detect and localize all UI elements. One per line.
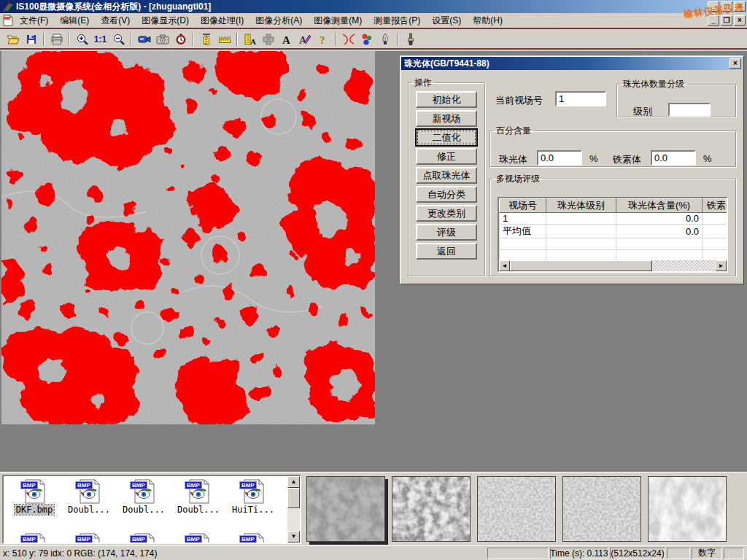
pen-icon[interactable] (376, 31, 394, 47)
file-item[interactable]: BMP HuiTi... (227, 479, 279, 515)
table-row[interactable]: 平均值 0.0 (500, 225, 729, 238)
file-name[interactable]: DKF.bmp (15, 505, 55, 515)
menu-edit[interactable]: 编辑(E) (54, 12, 95, 29)
mdi-close-button[interactable]: × (734, 15, 746, 26)
scrollbar-thumb[interactable] (510, 260, 652, 271)
menu-file[interactable]: 文件(F) (14, 12, 54, 29)
save-icon[interactable] (22, 31, 40, 47)
scrollbar-track[interactable] (652, 260, 716, 271)
scroll-up-icon[interactable]: ▲ (287, 476, 300, 488)
grade-label: 级别 (633, 105, 652, 118)
svg-text:A: A (250, 37, 256, 46)
file-item[interactable]: BMP Doubl... (172, 479, 225, 515)
dialog-title: 珠光体(GB/T9441-88) (404, 58, 489, 70)
grid-align-icon[interactable] (259, 31, 277, 47)
file-name[interactable]: Doubl... (121, 505, 166, 515)
mdi-restore-button[interactable]: ❐ (721, 15, 732, 26)
col-field-no[interactable]: 视场号 (500, 199, 546, 213)
file-name[interactable]: Doubl... (176, 505, 221, 515)
bmp-file-icon: BMP (77, 479, 101, 504)
menu-view[interactable]: 查看(V) (95, 12, 136, 29)
initialize-button[interactable]: 初始化 (416, 91, 477, 108)
binarize-button[interactable]: 二值化 (416, 129, 477, 146)
open-folder-icon[interactable] (4, 31, 22, 47)
current-field-input[interactable] (555, 91, 606, 106)
file-item[interactable]: BMP Doubl... (63, 479, 115, 515)
pick-pearlite-button[interactable]: 点取珠光体 (416, 167, 477, 184)
app-logo-icon (2, 1, 13, 12)
bmp-badge: BMP (239, 481, 257, 489)
file-item[interactable]: BMP (172, 533, 225, 544)
return-button[interactable]: 返回 (416, 243, 477, 260)
caliper-icon[interactable] (197, 31, 215, 47)
correct-button[interactable]: 修正 (416, 148, 477, 165)
scrollbar-thumb[interactable] (287, 488, 300, 508)
menu-image-process[interactable]: 图像处理(I) (195, 12, 249, 29)
scrollbar-track[interactable] (287, 508, 300, 531)
pearlite-percent-sign: % (589, 153, 598, 164)
video-camera-icon[interactable] (135, 31, 153, 47)
text-icon[interactable]: A (277, 31, 295, 47)
bottom-panel: BMP DKF.bmp BMP Doubl... BMP Doubl... BM… (0, 472, 747, 545)
file-item[interactable]: BMP DKF.bmp (8, 479, 61, 515)
timer-clock-icon[interactable] (171, 31, 190, 47)
thumbnail-1[interactable] (306, 476, 385, 542)
file-item[interactable]: BMP (117, 533, 170, 544)
file-item[interactable]: BMP (63, 533, 115, 544)
col-ferrite[interactable]: 铁素体 (703, 199, 729, 213)
menu-help[interactable]: 帮助(H) (467, 12, 508, 29)
cell: 0.0 (616, 213, 703, 225)
zoom-in-icon[interactable] (73, 31, 91, 47)
help-icon[interactable]: ? (314, 31, 332, 47)
rating-table[interactable]: 视场号 珠光体级别 珠光体含量(%) 铁素体 1 0.0 平均值 (498, 197, 728, 273)
file-name[interactable]: HuiTi... (231, 505, 276, 515)
thumbnail-3[interactable] (477, 476, 556, 542)
change-class-button[interactable]: 更改类别 (416, 205, 477, 222)
metallographic-image[interactable] (1, 51, 375, 424)
auto-classify-button[interactable]: 自动分类 (416, 186, 477, 203)
scroll-down-icon[interactable]: ▼ (287, 531, 300, 542)
pearlite-label: 珠光体 (499, 153, 527, 166)
file-item[interactable]: BMP (8, 533, 61, 544)
scroll-left-icon[interactable]: ◄ (499, 260, 510, 271)
menu-measure-report[interactable]: 测量报告(P) (368, 12, 426, 29)
toolbar-separator (131, 33, 132, 46)
thumbnail-2[interactable] (392, 476, 471, 542)
dialog-close-button[interactable]: × (729, 58, 741, 69)
file-list-vscrollbar[interactable]: ▲ ▼ (287, 476, 300, 542)
actual-size-icon[interactable]: 1:1 (91, 31, 109, 47)
brush-icon[interactable] (401, 31, 419, 47)
print-icon[interactable] (47, 31, 66, 47)
col-pearlite-content[interactable]: 珠光体含量(%) (616, 199, 703, 213)
cell: 1 (500, 213, 546, 225)
ruler-icon[interactable] (215, 31, 233, 47)
table-row[interactable]: 1 0.0 (500, 213, 729, 225)
file-browser[interactable]: BMP DKF.bmp BMP Doubl... BMP Doubl... BM… (2, 475, 301, 544)
classify-balls-icon[interactable] (357, 31, 376, 47)
grade-input[interactable] (668, 103, 711, 117)
rate-button[interactable]: 评级 (416, 224, 477, 241)
menu-image-display[interactable]: 图像显示(D) (136, 12, 195, 29)
col-pearlite-grade[interactable]: 珠光体级别 (546, 199, 616, 213)
new-field-button[interactable]: 新视场 (416, 110, 477, 127)
menu-image-analysis[interactable]: 图像分析(A) (249, 12, 308, 29)
table-row (500, 238, 729, 250)
pearlite-percent-input[interactable] (537, 150, 582, 166)
zoom-out-icon[interactable] (109, 31, 128, 47)
table-hscrollbar[interactable]: ◄ ► (499, 260, 727, 271)
menu-settings[interactable]: 设置(S) (426, 12, 467, 29)
menu-image-measure[interactable]: 图像测量(M) (308, 12, 368, 29)
curve-tool-icon[interactable] (339, 31, 357, 47)
file-name[interactable]: Doubl... (66, 505, 112, 515)
thumbnail-5[interactable] (648, 476, 727, 542)
thumbnail-4[interactable] (562, 476, 641, 542)
measure-text-icon[interactable]: A (241, 31, 259, 47)
capture-camera-icon[interactable] (153, 31, 171, 47)
file-item[interactable]: BMP (227, 533, 279, 544)
scroll-right-icon[interactable]: ► (716, 260, 727, 271)
cell (546, 213, 616, 225)
ferrite-percent-input[interactable] (651, 150, 696, 166)
font-edit-icon[interactable]: A (295, 31, 314, 47)
status-empty-segment (724, 548, 744, 559)
file-item[interactable]: BMP Doubl... (117, 479, 170, 515)
